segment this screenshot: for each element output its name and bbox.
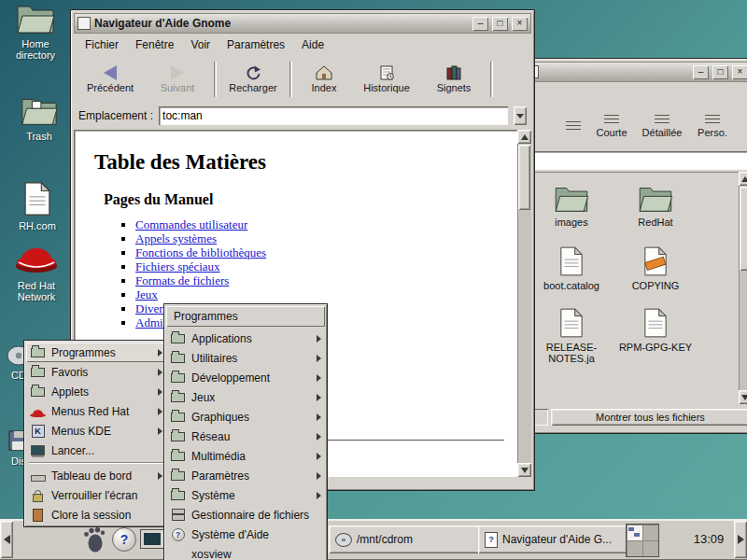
history-button[interactable]: Historique [353,57,420,102]
help-titlebar[interactable]: Navigateur d'Aide Gnome – □ × [74,13,531,34]
scrollbar-track[interactable] [517,211,531,463]
menu-item-favoris[interactable]: Favoris [26,362,166,382]
submenu-title: Programmes [166,306,325,327]
view-custom-button[interactable]: Perso. [688,105,737,147]
scroll-up-button[interactable] [739,172,747,186]
scrollbar-thumb[interactable] [740,187,747,271]
menu-item-systeme-aide[interactable]: ? Système d'Aide [166,525,325,544]
menu-item-applets[interactable]: Applets [26,382,166,401]
desktop-pager[interactable] [626,524,659,557]
menu-item-menus-redhat[interactable]: Menus Red Hat [26,401,166,421]
view-detailed-button[interactable]: Détaillée [638,105,686,147]
path-input[interactable] [524,151,747,170]
menu-item-reseau[interactable]: Réseau [166,427,325,446]
clock[interactable]: 13:09 [684,519,733,560]
reload-button[interactable]: Recharger [219,57,287,102]
menu-item-jeux[interactable]: Jeux [166,387,325,407]
menu-item-verrouiller[interactable]: Verrouiller l'écran [26,485,166,505]
menu-item-utilitaires[interactable]: Utilitaires [166,348,325,368]
desktop-icon-rhcom[interactable]: RH.com [9,181,65,231]
pager-desktop-2[interactable] [642,525,658,540]
scroll-up-button[interactable] [517,130,531,144]
toc-link[interactable]: Fichiers spéciaux [135,259,220,273]
menu-voir[interactable]: Voir [182,35,218,54]
help-launcher[interactable]: ? [112,527,136,552]
panel-hide-left-button[interactable] [0,521,13,558]
help-scrollbar[interactable] [517,130,531,477]
location-dropdown-button[interactable] [514,106,527,125]
help-icon: ? [170,527,186,542]
desktop-icon-label: Red Hat Network [6,280,67,302]
terminal-launcher[interactable] [140,529,164,549]
down-arrow-icon [741,395,747,400]
menu-item-tableau-de-bord[interactable]: Tableau de bord [26,466,166,485]
panel-hide-right-button[interactable] [734,521,747,558]
file-item-images[interactable]: images [533,185,610,228]
file-item-label: RELEASE-NOTES.ja [533,342,610,364]
menu-item-developpement[interactable]: Développement [166,368,325,387]
file-item-redhat[interactable]: RedHat [617,185,694,228]
file-item-label: RedHat [617,217,694,228]
desktop-icon-home[interactable]: Home directory [2,3,69,61]
close-button[interactable]: × [732,65,747,79]
scroll-down-button[interactable] [517,463,531,477]
pager-desktop-1[interactable] [627,525,642,540]
scroll-down-button[interactable] [739,390,747,404]
maximize-button[interactable]: □ [712,65,728,79]
file-item-copying[interactable]: COPYING [617,246,694,291]
file-list-pane[interactable]: images RedHat boot.catalog COPYING RELEA… [522,172,747,404]
menu-fichier[interactable]: Fichier [77,35,127,54]
menu-fenetre[interactable]: Fenêtre [127,35,182,54]
forward-button[interactable]: Suivant [144,57,211,102]
view-icons-button[interactable] [561,105,585,147]
toc-link[interactable]: Formats de fichiers [135,273,229,287]
menu-item-parametres[interactable]: Paramètres [166,466,325,485]
menu-item-gestionnaire-fichiers[interactable]: Gestionnaire de fichiers [166,505,325,525]
logout-icon [30,508,46,523]
file-item-boot-catalog[interactable]: boot.catalog [533,246,610,291]
toolbar-separator [214,62,217,97]
menu-item-applications[interactable]: Applications [166,329,325,348]
file-pane-scrollbar[interactable] [739,172,747,404]
back-button[interactable]: Précédent [77,57,144,102]
scrollbar-track[interactable] [739,272,747,390]
desktop-icon-redhat-network[interactable]: Red Hat Network [6,235,67,302]
close-button[interactable]: × [512,17,528,31]
menu-item-clore-session[interactable]: Clore la session [26,505,166,525]
pager-desktop-3[interactable] [627,540,642,556]
menu-item-xosview[interactable]: xosview [166,544,325,560]
toc-link[interactable]: Commandes utilisateur [135,217,247,231]
menu-item-menus-kde[interactable]: K Menus KDE [26,421,166,441]
menu-aide[interactable]: Aide [293,35,332,54]
show-all-files-button[interactable]: Montrer tous les fichiers [551,409,747,426]
file-manager-titlebar[interactable]: – □ × [522,62,747,82]
down-arrow-icon [521,468,529,473]
task-button-help-browser[interactable]: ? Navigateur d'Aide G... [478,525,631,553]
pager-desktop-4[interactable] [642,540,658,556]
bookmarks-button[interactable]: Signets [420,57,487,102]
view-brief-label: Courte [596,127,627,138]
menu-item-graphiques[interactable]: Graphiques [166,407,325,427]
menu-item-programmes[interactable]: Programmes [26,343,166,362]
terminal-icon [140,529,164,549]
file-item-release-notes[interactable]: RELEASE-NOTES.ja [533,308,610,364]
menu-parametres[interactable]: Paramètres [218,35,293,54]
file-item-rpm-gpg-key[interactable]: RPM-GPG-KEY [617,308,694,353]
menu-item-multimedia[interactable]: Multimédia [166,446,325,466]
gnome-menu-button[interactable] [80,524,108,555]
menu-item-lancer[interactable]: Lancer... [26,441,166,460]
toc-link[interactable]: Jeux [135,287,158,301]
toc-link[interactable]: Appels systèmes [135,231,217,245]
scrollbar-thumb[interactable] [518,145,530,210]
minimize-button[interactable]: – [693,65,709,79]
menu-item-systeme[interactable]: Système [166,485,325,505]
minimize-button[interactable]: – [472,17,488,31]
view-brief-button[interactable]: Courte [587,105,636,147]
location-input[interactable] [159,106,508,125]
maximize-button[interactable]: □ [492,17,508,31]
toc-link[interactable]: Fonctions de bibliothèques [135,245,266,259]
brief-view-icon [604,115,619,125]
task-button-cdrom[interactable]: /mnt/cdrom [329,525,484,553]
desktop-icon-trash[interactable]: Trash [11,95,67,142]
index-button[interactable]: Index [295,57,353,102]
